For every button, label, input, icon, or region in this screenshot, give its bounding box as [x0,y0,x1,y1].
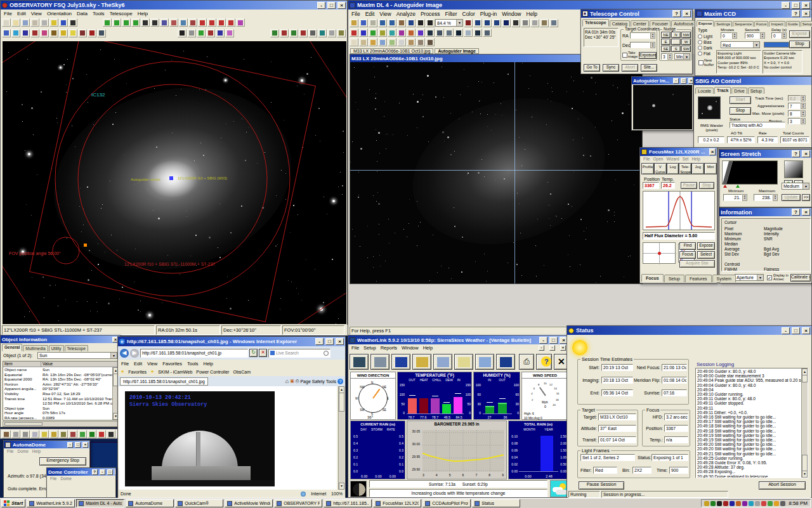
toolbar-icon[interactable] [160,18,169,27]
task-button[interactable]: ActiveMovie Window [225,499,273,507]
menu-item[interactable]: Help [204,361,213,367]
home-icon[interactable]: ⌂ [285,378,289,384]
toolbar-icon[interactable] [492,19,501,27]
menu-item[interactable]: View [379,11,391,17]
minimize-icon[interactable]: - [539,337,547,344]
sky-chart[interactable]: IC132 Autoguider center 12'LX200R f10 + … [3,41,346,324]
site-button[interactable]: Site... [641,64,657,72]
search-icon[interactable] [324,351,329,356]
status-zoom[interactable]: 100% [331,492,343,496]
maximize-icon[interactable]: □ [549,337,558,344]
menu-item[interactable]: Data [77,11,88,16]
toolbar-icon[interactable] [483,19,492,27]
table-row[interactable]: Apparent angula... 00°32'04" [3,386,119,391]
column-item[interactable]: Item [3,361,41,367]
focusmax-button[interactable]: Profile [641,163,654,174]
tab[interactable]: Telescope [582,19,609,27]
browser-tab[interactable]: http://67.161.185.58:01/snapshot_ch01.jp… [120,377,208,386]
max-move-input[interactable]: 8 [788,110,801,117]
toolbar-icon[interactable] [280,29,289,37]
toolbar-icon[interactable] [308,29,317,37]
tab[interactable]: Guide [786,21,800,27]
toolbar-icon[interactable] [78,29,87,37]
mdi-close-icon[interactable]: × [560,345,566,351]
menu-item[interactable]: View [31,11,42,16]
focus-button[interactable]: Focus [679,251,696,259]
menu-item[interactable]: File [351,345,359,351]
nudge-button[interactable]: E [661,39,671,45]
toolbar-icon[interactable] [236,18,245,27]
favorites-button[interactable]: Favorites [128,370,147,374]
task-button[interactable]: Maxim DL 4 - Auto... [76,499,124,507]
task-button[interactable]: OBSERVATORY FSQ ... [274,499,322,507]
task-button[interactable]: QuickCam® [175,499,223,507]
toolbar-icon[interactable] [78,430,87,438]
expand-button[interactable]: >> [802,194,810,201]
stop-icon[interactable]: ✕ [259,349,267,357]
nudge-unit-select[interactable]: Min. [674,53,690,60]
minimize-icon[interactable]: - [782,327,790,334]
close-icon[interactable]: × [683,10,691,17]
binning-input[interactable]: 3 [788,118,801,124]
task-button[interactable]: http://67.161.185.... [324,499,372,507]
toolbar-button[interactable] [412,354,431,370]
menu-item[interactable]: Filter [445,11,457,17]
nudge-button[interactable]: W [681,39,691,45]
add-favorite-icon[interactable]: ★ [150,369,154,374]
track-time-input[interactable]: 0.2 [788,95,801,101]
focusmax-button[interactable]: Tele- Scope [679,163,691,174]
tab[interactable]: Multimedia [23,345,48,351]
ccd-titlebar[interactable]: Maxim CCD ?× [695,10,811,18]
focusmax-button[interactable]: Mini [704,163,717,174]
toolbar-button[interactable] [454,354,473,370]
toolbar-icon[interactable] [178,29,187,37]
toolbar-icon[interactable] [426,19,435,27]
menu-item[interactable]: Reports [381,345,397,351]
target-dec-input[interactable] [630,42,650,48]
horizontal-scrollbar[interactable] [3,421,119,427]
start-button[interactable]: Start [1,499,25,507]
minutes-input[interactable]: 0 [721,32,732,39]
toolbar-icon[interactable] [464,29,473,37]
tab[interactable]: Track [714,87,731,94]
toolbar-icon[interactable] [226,18,235,27]
mode-select[interactable]: Aperture [735,274,764,281]
toolbar-icon[interactable] [407,38,416,46]
menu-item[interactable]: Edit [365,11,375,17]
toolbar-icon[interactable] [378,29,387,37]
table-row[interactable]: Object type Sun [3,406,119,411]
toolbar-icon[interactable] [150,18,159,27]
toolbar-button[interactable] [496,354,515,370]
type-radio[interactable]: Light [698,34,712,39]
toolbar-icon[interactable] [473,29,482,37]
abort-button[interactable]: Abort [622,64,638,72]
minimum-spinner[interactable]: ▲▼ [742,194,747,201]
table-row[interactable]: Visibility Rise 07:12, Set 18:29 [3,391,119,396]
favorites-star-icon[interactable]: ★ [121,369,124,374]
menu-item[interactable]: File [643,157,650,161]
toolbar-icon[interactable] [289,29,298,37]
ra-spinner[interactable]: ▲▼ [650,32,655,39]
task-button[interactable]: WeatherLink 5.9.2 ... [27,499,75,507]
ie-scrollbar[interactable] [338,386,344,490]
focusmax-button[interactable]: Log [667,163,679,174]
focusmax-titlebar[interactable]: FocusMax 12LX200R ... × [640,148,717,156]
toolbar-icon[interactable] [69,430,77,438]
toolbar-icon[interactable] [530,19,539,27]
menu-item[interactable]: Window [402,345,419,351]
minimize-icon[interactable]: - [315,338,324,345]
display-arcsec-checkbox[interactable] [767,275,772,280]
toolbar-icon[interactable] [103,18,112,27]
toolbar-icon[interactable] [49,29,58,37]
tab[interactable]: Features [685,275,712,282]
tab[interactable]: Setup [748,88,764,94]
help-icon[interactable]: ? [792,209,800,216]
ie-titlebar[interactable]: e http://67.161.185.58:01/snapshot_ch01.… [118,337,345,346]
toolbar-button[interactable] [350,354,369,370]
log-scrollbar[interactable] [801,368,808,478]
column-value[interactable]: Value [41,361,53,367]
toolbar-icon[interactable] [416,19,425,27]
target-ra-input[interactable] [630,32,650,39]
toolbar-icon[interactable] [187,29,196,37]
toolbar-icon[interactable] [435,29,444,37]
